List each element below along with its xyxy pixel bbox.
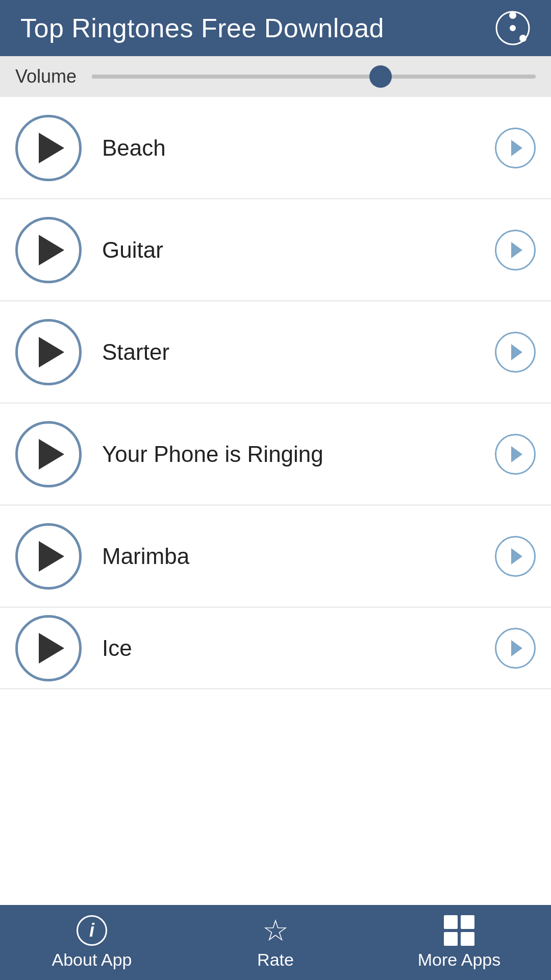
app-header: Top Ringtones Free Download — [0, 0, 551, 56]
play-icon — [39, 133, 64, 163]
slider-thumb[interactable] — [369, 65, 392, 88]
ringtone-item: Guitar — [0, 199, 551, 301]
info-icon: i — [77, 915, 107, 946]
chevron-button-beach[interactable] — [495, 128, 536, 168]
app-title: Top Ringtones Free Download — [20, 13, 384, 43]
nav-label-rate: Rate — [257, 950, 294, 970]
chevron-icon — [511, 344, 522, 360]
volume-label: Volume — [15, 66, 77, 87]
play-icon — [39, 541, 64, 572]
chevron-button-guitar[interactable] — [495, 230, 536, 271]
ringtone-name-marimba: Marimba — [82, 544, 495, 569]
ringtone-item: Starter — [0, 301, 551, 403]
play-button-ringing[interactable] — [15, 421, 82, 487]
svg-point-3 — [519, 35, 527, 42]
chevron-icon — [511, 446, 522, 462]
grid-icon — [444, 915, 474, 946]
chevron-button-marimba[interactable] — [495, 536, 536, 577]
svg-point-2 — [509, 12, 516, 19]
volume-slider[interactable] — [92, 75, 536, 79]
play-button-guitar[interactable] — [15, 217, 82, 283]
star-icon: ☆ — [260, 915, 291, 946]
play-button-starter[interactable] — [15, 319, 82, 385]
ringtone-list: Beach Guitar Starter Your Phone is Ringi… — [0, 97, 551, 905]
play-button-beach[interactable] — [15, 115, 82, 181]
svg-point-1 — [510, 25, 516, 31]
chevron-button-ringing[interactable] — [495, 434, 536, 475]
ringtone-name-ringing: Your Phone is Ringing — [82, 442, 495, 467]
bottom-nav: i About App ☆ Rate More Apps — [0, 905, 551, 980]
ringtone-name-ice: Ice — [82, 635, 495, 661]
volume-bar: Volume — [0, 56, 551, 97]
nav-label-about: About App — [52, 950, 132, 970]
chevron-icon — [511, 548, 522, 565]
play-icon — [39, 235, 64, 265]
ringtone-name-beach: Beach — [82, 135, 495, 161]
play-icon — [39, 439, 64, 470]
play-icon — [39, 633, 64, 664]
nav-item-about[interactable]: i About App — [0, 905, 184, 980]
ringtone-item: Beach — [0, 97, 551, 199]
nav-item-rate[interactable]: ☆ Rate — [184, 905, 367, 980]
chevron-icon — [511, 140, 522, 156]
slider-track — [92, 75, 536, 79]
chevron-button-starter[interactable] — [495, 332, 536, 373]
chevron-icon — [511, 640, 522, 656]
orbit-icon — [495, 10, 531, 46]
play-button-marimba[interactable] — [15, 523, 82, 590]
chevron-icon — [511, 242, 522, 258]
ringtone-item: Ice — [0, 607, 551, 689]
ringtone-item: Marimba — [0, 505, 551, 607]
play-icon — [39, 337, 64, 368]
ringtone-item: Your Phone is Ringing — [0, 403, 551, 505]
play-button-ice[interactable] — [15, 615, 82, 681]
ringtone-name-starter: Starter — [82, 339, 495, 365]
chevron-button-ice[interactable] — [495, 628, 536, 669]
ringtone-name-guitar: Guitar — [82, 237, 495, 263]
nav-label-more: More Apps — [418, 950, 501, 970]
slider-fill — [92, 75, 380, 79]
nav-item-more[interactable]: More Apps — [367, 905, 551, 980]
